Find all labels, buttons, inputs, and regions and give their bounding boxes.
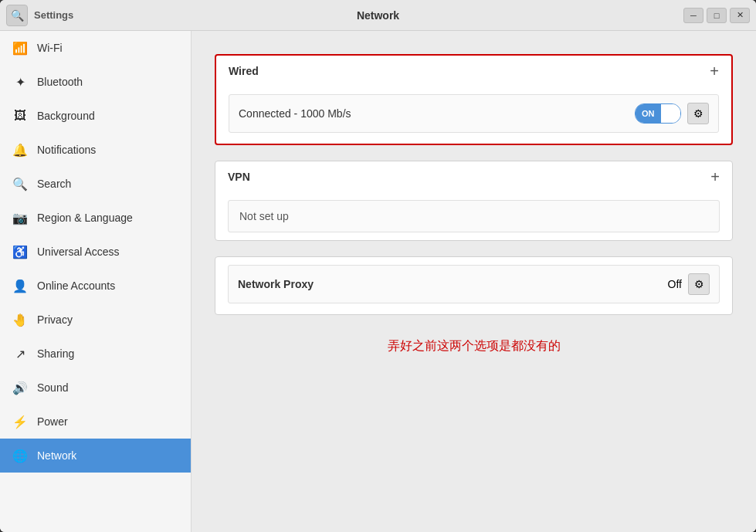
bluetooth-icon: ✦ xyxy=(12,74,28,90)
power-icon: ⚡ xyxy=(12,414,28,429)
toggle-on-label: ON xyxy=(636,104,661,123)
titlebar: 🔍 Settings Network ─ □ ✕ xyxy=(0,0,756,31)
sidebar-label-search: Search xyxy=(37,178,71,190)
wired-header: Wired + xyxy=(216,56,731,86)
titlebar-left: 🔍 Settings xyxy=(6,5,73,26)
wired-settings-button[interactable]: ⚙ xyxy=(687,103,709,124)
sidebar-label-online-accounts: Online Accounts xyxy=(37,280,115,292)
maximize-button[interactable]: □ xyxy=(707,8,727,23)
content-area: 📶 Wi-Fi ✦ Bluetooth 🖼 Background 🔔 Notif… xyxy=(0,31,756,532)
vpn-section: VPN + Not set up xyxy=(215,161,733,241)
close-button[interactable]: ✕ xyxy=(730,8,750,23)
online-accounts-icon: 👤 xyxy=(12,278,28,293)
sidebar: 📶 Wi-Fi ✦ Bluetooth 🖼 Background 🔔 Notif… xyxy=(0,31,192,532)
sidebar-item-background[interactable]: 🖼 Background xyxy=(0,99,191,133)
search-button[interactable]: 🔍 xyxy=(6,5,28,26)
sidebar-label-bluetooth: Bluetooth xyxy=(37,76,83,88)
wired-connection-row: Connected - 1000 Mb/s ON ⚙ xyxy=(229,94,719,133)
sidebar-label-wifi: Wi-Fi xyxy=(37,42,63,54)
sidebar-item-power[interactable]: ⚡ Power xyxy=(0,405,191,439)
gear-icon: ⚙ xyxy=(693,107,703,120)
sharing-icon: ↗ xyxy=(12,346,28,361)
network-icon: 🌐 xyxy=(12,448,28,463)
background-icon: 🖼 xyxy=(12,108,28,124)
sidebar-label-background: Background xyxy=(37,110,95,122)
sidebar-label-region: Region & Language xyxy=(37,212,133,224)
toggle-knob xyxy=(661,104,681,123)
sidebar-item-sharing[interactable]: ↗ Sharing xyxy=(0,337,191,371)
universal-access-icon: ♿ xyxy=(12,244,28,259)
sidebar-item-privacy[interactable]: 🤚 Privacy xyxy=(0,303,191,337)
sidebar-label-power: Power xyxy=(37,415,68,428)
sound-icon: 🔊 xyxy=(12,380,28,395)
wired-content: Connected - 1000 Mb/s ON ⚙ xyxy=(216,86,731,144)
sidebar-label-network: Network xyxy=(37,449,76,462)
wired-toggle[interactable]: ON xyxy=(635,103,681,124)
sidebar-label-universal-access: Universal Access xyxy=(37,246,120,258)
wired-connection-label: Connected - 1000 Mb/s xyxy=(239,107,351,120)
notifications-icon: 🔔 xyxy=(12,142,28,158)
vpn-empty-label: Not set up xyxy=(228,200,720,232)
sidebar-label-notifications: Notifications xyxy=(37,144,96,156)
privacy-icon: 🤚 xyxy=(12,312,28,327)
sidebar-item-sound[interactable]: 🔊 Sound xyxy=(0,371,191,405)
annotation-text: 弄好之前这两个选项是都没有的 xyxy=(215,330,733,362)
sidebar-item-wifi[interactable]: 📶 Wi-Fi xyxy=(0,31,191,65)
proxy-gear-icon: ⚙ xyxy=(694,278,704,290)
wired-add-button[interactable]: + xyxy=(710,63,719,79)
sidebar-item-search[interactable]: 🔍 Search xyxy=(0,167,191,201)
sidebar-item-online-accounts[interactable]: 👤 Online Accounts xyxy=(0,269,191,303)
proxy-section: Network Proxy Off ⚙ xyxy=(215,256,733,315)
proxy-row: Network Proxy Off ⚙ xyxy=(228,265,720,303)
sidebar-label-sound: Sound xyxy=(37,381,68,394)
vpn-header: VPN + xyxy=(215,161,732,192)
proxy-row-controls: Off ⚙ xyxy=(668,273,710,295)
main-content: Wired + Connected - 1000 Mb/s ON ⚙ xyxy=(192,31,756,532)
proxy-label: Network Proxy xyxy=(238,278,314,290)
vpn-content: Not set up xyxy=(215,192,732,240)
sidebar-item-universal-access[interactable]: ♿ Universal Access xyxy=(0,235,191,269)
search-nav-icon: 🔍 xyxy=(12,176,28,191)
vpn-add-button[interactable]: + xyxy=(710,169,720,185)
sidebar-label-privacy: Privacy xyxy=(37,313,73,326)
wired-title: Wired xyxy=(229,65,259,77)
sidebar-item-region[interactable]: 📷 Region & Language xyxy=(0,201,191,235)
proxy-content: Network Proxy Off ⚙ xyxy=(215,257,732,314)
proxy-status: Off xyxy=(668,278,682,290)
minimize-button[interactable]: ─ xyxy=(683,8,703,23)
sidebar-item-notifications[interactable]: 🔔 Notifications xyxy=(0,133,191,167)
vpn-title: VPN xyxy=(228,171,250,183)
sidebar-item-bluetooth[interactable]: ✦ Bluetooth xyxy=(0,65,191,99)
sidebar-item-network[interactable]: 🌐 Network xyxy=(0,439,191,473)
proxy-settings-button[interactable]: ⚙ xyxy=(688,273,710,295)
wifi-icon: 📶 xyxy=(12,40,28,56)
wired-row-controls: ON ⚙ xyxy=(635,103,709,124)
window-controls: ─ □ ✕ xyxy=(683,8,750,23)
region-icon: 📷 xyxy=(12,210,28,225)
page-title: Network xyxy=(357,9,399,22)
app-title: Settings xyxy=(34,9,73,21)
wired-section: Wired + Connected - 1000 Mb/s ON ⚙ xyxy=(215,54,733,145)
sidebar-label-sharing: Sharing xyxy=(37,347,74,360)
search-icon: 🔍 xyxy=(11,9,24,22)
main-window: 🔍 Settings Network ─ □ ✕ 📶 Wi-Fi ✦ Bluet… xyxy=(0,0,756,532)
